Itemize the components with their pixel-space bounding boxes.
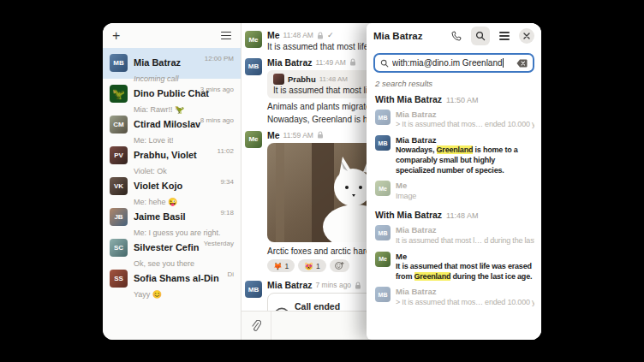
lock-icon — [317, 32, 324, 39]
conversation-name: Prabhu, Violet — [134, 150, 197, 160]
search-result-match[interactable]: MB Mia Batraz Nowadays, Greenland is hom… — [367, 133, 541, 178]
result-sender: Mia Batraz — [396, 135, 534, 145]
conversation-time: Di — [227, 270, 234, 278]
conversation-time: 9:18 — [220, 209, 234, 217]
conversation-row-mia[interactable]: MB Mia Batraz Incoming call 12:00 PM — [103, 48, 241, 79]
search-input[interactable]: with:mia@dino.im Greenland — [373, 53, 534, 73]
menu-button[interactable] — [495, 27, 514, 45]
close-icon — [523, 33, 530, 39]
search-results-count: 2 search results — [375, 79, 533, 88]
add-reaction-button[interactable] — [330, 259, 349, 272]
message-time: 11:59 AM — [283, 131, 313, 139]
conversation-preview: Me: Love it! — [134, 136, 174, 145]
checkmark-icon: ✓ — [327, 31, 334, 39]
message-sender: Mia Batraz — [267, 280, 313, 290]
lock-icon — [349, 58, 356, 66]
phone-icon — [451, 31, 462, 41]
search-result-context[interactable]: MB Mia Batraz > It is assumed that mos… … — [367, 107, 541, 133]
result-text: > It is assumed that mos… ended 10.000 y… — [396, 120, 534, 130]
backspace-clear-icon[interactable] — [516, 59, 528, 68]
avatar: MB — [110, 54, 128, 72]
attach-file-button[interactable] — [242, 312, 271, 340]
avatar: SS — [110, 270, 128, 288]
conversation-preview: Me: hehe 😜 — [134, 198, 177, 206]
conversation-name: Ctirad Miloslav — [134, 119, 200, 129]
conversation-preview: Me: I guess you are right. — [134, 228, 221, 237]
search-result-context[interactable]: Me Me Image — [367, 178, 541, 204]
message-time: 11:49 AM — [316, 58, 346, 67]
avatar: JB — [110, 208, 128, 226]
hamburger-icon — [499, 32, 510, 40]
conversation-preview: Ok, see you there — [134, 259, 194, 268]
highlighted-term: Greenland — [414, 272, 451, 281]
avatar: CM — [110, 116, 128, 134]
avatar: VK — [110, 177, 128, 195]
result-sender: Mia Batraz — [396, 287, 534, 297]
message-sender: Mia Batraz — [267, 57, 313, 68]
call-title: Call ended — [295, 301, 340, 311]
hamburger-icon[interactable] — [221, 32, 231, 40]
magnifier-icon — [380, 59, 389, 68]
conversation-name: Violet Kojo — [134, 181, 182, 191]
avatar: MB — [375, 225, 391, 240]
result-text: Image — [396, 192, 534, 202]
message-sender: Me — [267, 30, 280, 40]
result-text: It is assumed that most life was erased … — [396, 262, 534, 282]
sidebar-header: + — [103, 23, 241, 48]
add-reaction-icon — [335, 261, 344, 270]
avatar: Me — [245, 31, 262, 48]
avatar: MB — [375, 287, 391, 302]
avatar: SC — [110, 239, 128, 257]
conversation-time: 3 mins ago — [200, 86, 234, 93]
call-button[interactable] — [447, 27, 466, 45]
search-toggle-button[interactable] — [471, 27, 490, 45]
result-text: It is assumed that most l… d during the … — [396, 236, 534, 246]
conversation-preview: Incoming call — [134, 74, 179, 83]
conversation-name: Dino Public Chat — [134, 88, 209, 98]
avatar — [273, 74, 284, 85]
conversation-preview: Yayy 😊 — [134, 290, 162, 299]
message-sender: Me — [267, 130, 280, 140]
conversation-list: MB Mia Batraz Incoming call 12:00 PM 🦖 D… — [103, 48, 241, 340]
avatar: PV — [110, 146, 128, 164]
reaction-pill[interactable]: 🦊 1 — [267, 259, 295, 272]
search-group-header: With Mia Batraz 11:48 AM — [375, 210, 533, 220]
close-window-button[interactable] — [519, 28, 534, 44]
quote-time: 11:48 AM — [319, 75, 348, 83]
conversation-preview: Mia: Rawr!! 🦖 — [134, 105, 184, 114]
conversation-sidebar: + MB Mia Batraz Incoming call 12:00 PM 🦖… — [103, 23, 242, 340]
conversation-time: 11:02 — [218, 147, 234, 155]
quote-sender: Prabhu — [288, 74, 316, 84]
conversation-time: 9:34 — [220, 178, 234, 186]
result-sender: Mia Batraz — [396, 110, 534, 120]
search-group-header: With Mia Batraz 11:50 AM — [375, 94, 533, 104]
conversation-time: 8 mins ago — [200, 116, 234, 124]
avatar: MB — [375, 110, 391, 125]
conversation-preview: Violet: Ok — [134, 167, 167, 175]
conversation-name: Jaime Basil — [134, 211, 186, 222]
reaction-emoji: 😻 — [304, 262, 313, 270]
result-sender: Mia Batraz — [396, 225, 534, 235]
reaction-count: 1 — [285, 262, 289, 270]
search-panel-header: Mia Batraz — [367, 23, 541, 49]
reaction-count: 1 — [316, 262, 320, 270]
message-time: 7 mins ago — [316, 281, 352, 289]
search-result-match[interactable]: Me Me It is assumed that most life was e… — [367, 249, 541, 285]
message-time: 11:48 AM — [283, 31, 313, 39]
search-query-text: with:mia@dino.im Greenland — [392, 58, 513, 68]
new-conversation-button[interactable]: + — [112, 29, 120, 43]
chat-title: Mia Batraz — [373, 31, 442, 41]
avatar: Me — [375, 252, 391, 267]
avatar: MB — [245, 58, 262, 75]
search-result-context[interactable]: MB Mia Batraz > It is assumed that mos… … — [367, 284, 541, 310]
conversation-time: 12:00 PM — [205, 55, 234, 62]
text-caret — [503, 58, 504, 68]
avatar: 🦖 — [110, 85, 128, 103]
highlighted-term: Greenland — [437, 145, 474, 154]
avatar: Me — [245, 131, 262, 148]
conversation-name: Silvester Cefin — [134, 242, 199, 252]
conversation-name: Mia Batraz — [134, 57, 181, 68]
reaction-pill[interactable]: 😻 1 — [298, 259, 325, 272]
avatar: MB — [375, 135, 391, 151]
search-result-context[interactable]: MB Mia Batraz It is assumed that most l…… — [367, 223, 541, 248]
